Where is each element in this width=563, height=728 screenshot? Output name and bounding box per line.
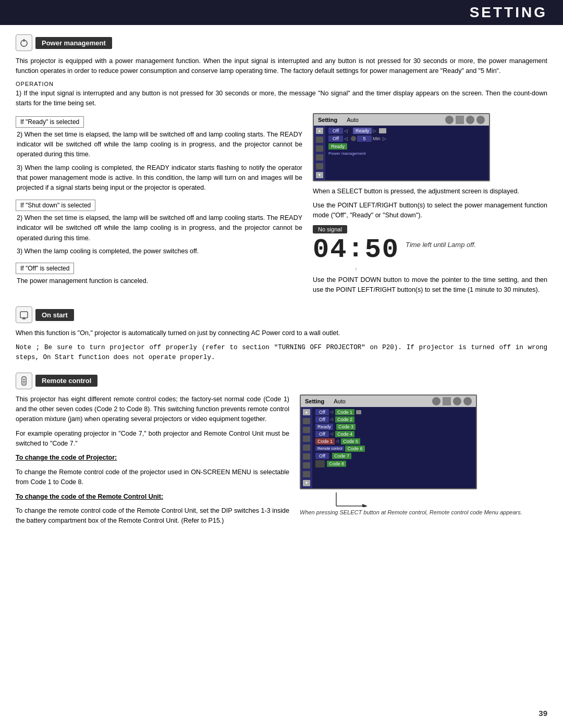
power-management-right-col: Setting Auto ▲: [313, 113, 547, 300]
remote-left-col: This projector has eight different remot…: [16, 394, 289, 530]
remote-code-6: Code 6: [345, 446, 364, 452]
remote-code-4: Code 4: [335, 431, 354, 437]
remote-screen-tab-auto: Auto: [334, 398, 346, 404]
remote-code-2: Code 2: [335, 416, 354, 423]
svg-point-3: [23, 317, 25, 319]
power-management-screen: Setting Auto ▲: [313, 113, 490, 181]
remote-screen-row-4: Off ◁ Code 4: [315, 431, 473, 437]
remote-control-section: Remote control This projector has eight …: [16, 373, 547, 530]
remote-caption-area: When pressing SELECT button at Remote co…: [300, 491, 547, 515]
remote-val-2: Off: [315, 416, 329, 423]
select-text: When a SELECT button is pressed, the adj…: [313, 187, 547, 196]
screen-icon-4: [476, 116, 485, 124]
remote-arrow-line: [331, 491, 547, 507]
remote-sidebar-icon-5: [303, 445, 310, 451]
remote-two-col: This projector has eight different remot…: [16, 394, 547, 530]
remote-val-4: Off: [315, 431, 329, 437]
remote-code-8: Code 8: [327, 461, 346, 467]
to-change-projector-text: To change the Remote control code of the…: [16, 467, 289, 488]
remote-icon-8: [315, 460, 325, 467]
no-signal-box: No signal: [313, 225, 347, 233]
remote-val-1: Off: [315, 409, 329, 415]
screen-row-2: Off ◁ 5 Min ▷: [328, 135, 486, 142]
point-lr-text: Use the POINT LEFT/RIGHT button(s) to se…: [313, 201, 547, 221]
remote-sidebar-icon-4: [303, 436, 310, 442]
remote-screen-top-icons: [432, 397, 472, 405]
remote-text2: For example operating projector in "Code…: [16, 429, 289, 449]
svg-rect-2: [20, 312, 28, 318]
to-change-remote-label-text: To change the code of the Remote Control…: [16, 493, 163, 500]
remote-val-7: Off: [315, 453, 329, 459]
screen-icon-3: [466, 116, 474, 124]
screen-body: ▲ ▼ Off ◁ Ready ▷: [314, 126, 489, 180]
remote-text1: This projector has eight different remot…: [16, 394, 289, 425]
remote-screen-icon-4: [463, 397, 472, 405]
timer-block: No signal 04 : 50 ↑: [313, 225, 399, 272]
screen-sidebar: ▲ ▼: [314, 126, 325, 180]
screen-main-area: Off ◁ Ready ▷ Off ◁: [325, 126, 489, 180]
time-left-label-container: Time left until Lamp off.: [406, 225, 476, 249]
screen-icon-1: [445, 116, 454, 124]
screen-off-1: Off: [328, 128, 343, 134]
sidebar-icon-3: [316, 145, 323, 152]
remote-control-label: Remote control: [35, 375, 97, 387]
page-number: 39: [538, 709, 547, 718]
screen-tab-auto: Auto: [347, 117, 359, 123]
big-timer: 04 : 50: [313, 235, 399, 265]
op-item1: 1) If the input signal is interrupted an…: [16, 89, 547, 109]
screen-icon-2: [456, 116, 464, 124]
remote-screen-row-2: Off ◁ Code 2: [315, 416, 473, 423]
point-down-text: Use the POINT DOWN button to move the po…: [313, 275, 547, 295]
remote-caption: When pressing SELECT button at Remote co…: [300, 509, 547, 515]
remote-screen-top-bar: Setting Auto: [301, 396, 476, 407]
timer-arrow-indicator: ↑: [313, 266, 399, 272]
off-text: The power management function is cancele…: [16, 276, 302, 286]
remote-screen-row-1: Off ◁ Code 1: [315, 409, 473, 415]
on-start-icon: [16, 306, 32, 323]
remote-control-header: Remote control: [16, 373, 547, 389]
sidebar-icon-2: [316, 137, 323, 143]
condition-shutdown-box: If "Shut down" is selected: [16, 200, 95, 211]
timer-left: 04: [313, 235, 347, 265]
condition-ready-label: If "Ready" is selected: [20, 118, 79, 126]
to-change-remote-text: To change the remote control code of the…: [16, 506, 289, 526]
screen-top-icons: [445, 116, 485, 124]
svg-marker-11: [362, 504, 368, 507]
sidebar-icon-1: ▲: [316, 128, 323, 134]
screen-circle: [351, 136, 356, 141]
remote-val-3: Ready: [315, 424, 333, 430]
remote-screen-icon-2: [443, 397, 451, 405]
remote-sidebar-icon-2: [303, 418, 310, 424]
remote-code-1: Code 1: [335, 409, 354, 415]
remote-code-3: Code 3: [336, 424, 356, 430]
remote-screen-main: Off ◁ Code 1 Off ◁ Code 2 R: [312, 407, 476, 488]
on-start-text1: When this function is "On," projector is…: [16, 328, 547, 338]
shutdown-item3: 3) When the lamp cooling is completed, t…: [16, 246, 302, 256]
remote-control-icon: [16, 373, 32, 389]
timer-right: 50: [365, 235, 399, 265]
screen-row-1: Off ◁ Ready ▷: [328, 128, 486, 134]
sidebar-icon-4: [316, 154, 323, 161]
to-change-projector-label-text: To change the code of Projector:: [16, 454, 117, 461]
on-start-header: On start: [16, 306, 547, 323]
svg-rect-8: [23, 382, 25, 384]
screen-cursor: [379, 128, 386, 133]
page-title: SETTING: [0, 4, 547, 21]
screen-min: Min: [373, 136, 381, 141]
shutdown-item2: 2) When the set time is elapsed, the lam…: [16, 213, 302, 243]
remote-right-col: Setting Auto ▲: [300, 394, 547, 530]
power-management-left-col: If "Ready" is selected 2) When the set t…: [16, 113, 302, 300]
remote-sidebar-icon-8: [303, 471, 310, 477]
on-start-section: On start When this function is "On," pro…: [16, 306, 547, 363]
on-start-note: Note ; Be sure to turn projector off pro…: [16, 343, 547, 363]
remote-screen-icon-1: [432, 397, 440, 405]
remote-sidebar-icon-7: [303, 462, 310, 468]
timer-colon: :: [347, 236, 364, 263]
timer-area: No signal 04 : 50 ↑ Time left until Lamp…: [313, 225, 547, 272]
svg-rect-7: [23, 381, 25, 382]
screen-power-label: Power management: [328, 151, 486, 156]
ready-item2: 2) When the set time is elapsed, the lam…: [16, 130, 302, 160]
remote-val-5: Code 1: [315, 438, 335, 445]
remote-screen-row-5: Code 1 ◁ Code 5: [315, 438, 473, 445]
remote-sidebar-icon-6: [303, 453, 310, 460]
